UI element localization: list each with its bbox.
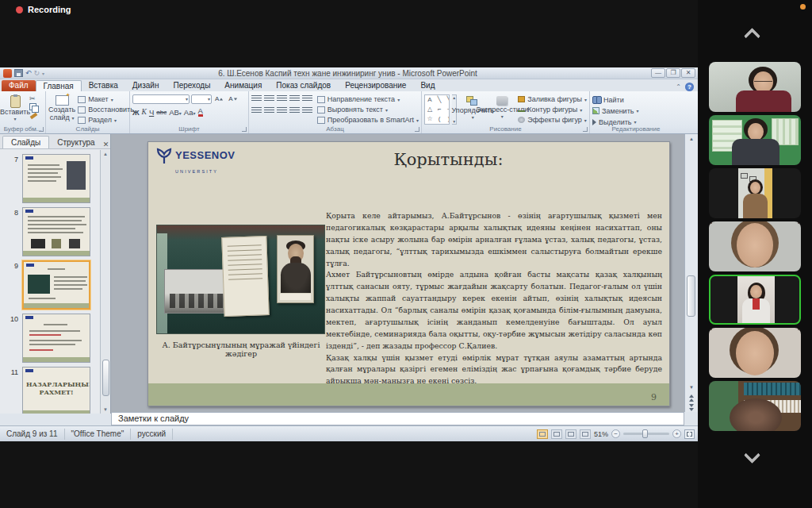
copy-icon[interactable] [29,103,37,111]
line-spacing-icon[interactable] [302,95,312,102]
quick-styles-button[interactable]: Экспресс-стили ▾ [488,93,515,125]
zoom-slider-thumb[interactable] [642,429,648,438]
participant-video-4[interactable] [709,221,801,271]
align-center-icon[interactable] [264,107,274,114]
expand-videos-button[interactable] [746,449,764,467]
underline-button[interactable]: Ч [149,108,154,117]
paste-button[interactable]: Вставить ▾ [2,93,28,125]
participant-video-1[interactable] [709,62,801,112]
tab-view[interactable]: Вид [413,80,442,91]
tab-insert[interactable]: Вставка [82,80,125,91]
decrease-indent-icon[interactable] [277,95,287,102]
tab-animations[interactable]: Анимация [217,80,269,91]
font-color-button[interactable]: А [198,107,203,117]
paragraph-dialog-launcher[interactable] [415,127,419,132]
minimize-button[interactable]: — [651,68,665,78]
participant-video-3[interactable] [709,168,801,218]
panel-tab-outline[interactable]: Структура [49,137,102,148]
slide-canvas[interactable]: YESSENOV UNIVERSITY Қорытынды: А. Байтұр… [147,141,670,406]
slide-title[interactable]: Қорытынды: [275,150,622,169]
change-case-button[interactable]: Аа▾ [184,108,196,117]
justify-icon[interactable] [289,107,300,114]
slide-thumbnail-10[interactable]: 10 [0,314,101,363]
photo-caption[interactable]: А. Байтұрсынұлының мұражай үйіндегі жәді… [155,341,327,358]
undo-icon[interactable]: ↶ [25,69,32,77]
slideshow-view-button[interactable] [580,429,591,439]
participant-video-6[interactable] [709,328,801,378]
zoom-out-button[interactable]: − [611,429,620,438]
shapes-gallery[interactable]: A ╲ ╲ □ ○ △ ⌐ ¬ ⇨ ⇩ ☆ ( ) { } [424,94,450,125]
character-spacing-button[interactable]: АВ▾ [169,108,182,117]
ribbon-collapse-icon[interactable]: ⌃ [676,83,681,90]
participant-video-2[interactable] [709,115,801,165]
museum-photo[interactable] [156,225,325,334]
font-name-combo[interactable]: ▾ [132,94,190,104]
notes-pane[interactable]: Заметки к слайду [111,412,684,425]
drawing-dialog-launcher[interactable] [583,127,588,132]
numbering-icon[interactable] [264,95,274,102]
smartart-button[interactable]: Преобразовать в SmartArt▾ [317,115,419,125]
increase-indent-icon[interactable] [289,95,300,102]
grow-font-button[interactable]: А [213,94,225,103]
reading-view-button[interactable] [565,429,576,439]
bold-button[interactable]: Ж [132,108,140,117]
zoom-level[interactable]: 51% [594,430,608,438]
bullets-icon[interactable] [251,95,262,102]
slide-thumbnail-11[interactable]: 11 НАЗАРЛАРЫҢЫЗҒА РАХМЕТ! [0,367,101,414]
tab-slideshow[interactable]: Показ слайдов [269,80,338,91]
layout-button[interactable]: Макет▾ [78,94,134,104]
editor-scrollbar[interactable]: ▲ ▼ [684,134,698,412]
italic-button[interactable]: К [142,108,147,116]
align-left-icon[interactable] [251,107,262,114]
next-slide-button[interactable] [686,402,698,412]
format-painter-icon[interactable] [30,113,38,119]
panel-scrollbar[interactable]: ▲ ▼ [100,150,110,414]
tab-file[interactable]: Файл [2,80,36,91]
redo-icon[interactable]: ↻ [34,69,40,77]
tab-transitions[interactable]: Переходы [166,80,217,91]
collapse-videos-button[interactable] [746,25,764,43]
font-dialog-launcher[interactable] [242,127,247,132]
strikethrough-button[interactable]: abc [156,109,167,116]
help-icon[interactable]: ? [685,83,694,91]
shape-outline-button[interactable]: Контур фигуры▾ [518,105,587,114]
align-text-button[interactable]: Выровнять текст▾ [317,105,419,114]
close-button[interactable]: ✕ [681,68,695,78]
scroll-thumb[interactable] [687,275,695,317]
normal-view-button[interactable] [537,429,548,439]
slide-body-text[interactable]: Қорыта келе айтарымыз, А.Байтұрсынов - ө… [326,210,662,387]
reset-button[interactable]: Восстановить [78,105,134,114]
clipboard-dialog-launcher[interactable] [39,127,44,132]
theme-name[interactable]: "Office Theme" [65,429,132,440]
participant-video-7[interactable] [709,381,801,431]
participant-video-5-active-speaker[interactable] [709,275,801,325]
save-icon[interactable] [14,69,23,77]
new-slide-button[interactable]: Создать слайд ▾ [48,93,75,125]
shrink-font-button[interactable]: А [227,94,239,103]
tab-home[interactable]: Главная [36,80,82,91]
slide-thumbnail-8[interactable]: 8 [0,207,101,256]
tab-design[interactable]: Дизайн [125,80,167,91]
align-right-icon[interactable] [277,107,287,114]
previous-slide-button[interactable] [686,393,698,402]
slide-thumbnail-9-selected[interactable]: 9 [0,260,101,310]
zoom-in-button[interactable]: + [672,429,681,438]
slide-thumbnail-7[interactable]: 7 [0,154,101,203]
panel-tab-slides[interactable]: Слайды [2,136,49,148]
language-indicator[interactable]: русский [131,429,173,440]
tab-review[interactable]: Рецензирование [338,80,413,91]
find-button[interactable]: Найти [592,94,680,105]
zoom-slider[interactable] [623,433,669,435]
titlebar[interactable]: ↶ ↻ ▾ 6. Ш.Есенов Каспий техн жане инжин… [0,67,698,79]
cut-icon[interactable]: ✂ [29,94,37,102]
fit-to-window-button[interactable] [684,429,695,439]
font-size-combo[interactable]: ▾ [191,94,212,104]
restore-button[interactable]: ❐ [666,68,680,78]
shape-effects-button[interactable]: Эффекты фигур▾ [518,115,587,125]
replace-button[interactable]: Заменить▾ [592,106,680,116]
shape-fill-button[interactable]: Заливка фигуры▾ [518,94,587,104]
text-direction-button[interactable]: Направление текста▾ [317,94,419,104]
columns-icon[interactable] [302,107,312,114]
section-button[interactable]: Раздел▾ [78,115,134,125]
slide-sorter-view-button[interactable] [551,429,562,439]
